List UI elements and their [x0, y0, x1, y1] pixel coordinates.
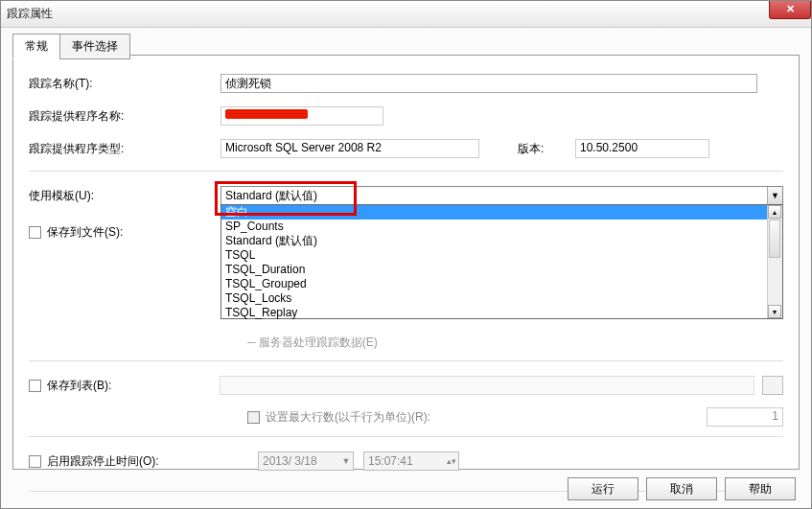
scroll-up-icon[interactable]: ▴ — [768, 205, 781, 219]
content-area: 常规 事件选择 跟踪名称(T): 跟踪提供程序名称: 跟踪提供程序类型: Mic… — [1, 28, 811, 508]
label-provider-type: 跟踪提供程序类型: — [29, 141, 220, 157]
version-field: 10.50.2500 — [575, 139, 709, 158]
divider-1 — [29, 171, 783, 172]
dialog-buttons: 运行 取消 帮助 — [568, 477, 796, 500]
tab-panel-general: 跟踪名称(T): 跟踪提供程序名称: 跟踪提供程序类型: Microsoft S… — [12, 55, 800, 470]
tab-strip: 常规 事件选择 — [12, 34, 811, 59]
checkbox-max-rows — [247, 411, 260, 424]
dd-item-grouped[interactable]: TSQL_Grouped — [221, 277, 782, 291]
template-combo-wrap: Standard (默认值) ▼ 空白 SP_Counts Standard (… — [220, 186, 783, 205]
window-title: 跟踪属性 — [7, 6, 53, 22]
chevron-down-icon: ▼ — [767, 187, 782, 204]
dd-item-tsql[interactable]: TSQL — [221, 248, 782, 263]
cancel-button[interactable]: 取消 — [646, 477, 717, 500]
label-save-file: 保存到文件(S): — [47, 224, 220, 241]
tab-events[interactable]: 事件选择 — [59, 34, 130, 59]
save-table-path — [220, 376, 754, 395]
stop-date-picker[interactable]: 2013/ 3/18▼ — [258, 451, 354, 471]
dd-item-spcounts[interactable]: SP_Counts — [221, 220, 782, 234]
template-combo-text: Standard (默认值) — [221, 188, 767, 204]
label-max-rows: 设置最大行数(以千行为单位)(R): — [266, 409, 430, 426]
chevron-down-icon: ▼ — [339, 456, 353, 466]
dd-item-duration[interactable]: TSQL_Duration — [221, 263, 782, 277]
divider-2 — [29, 360, 783, 361]
redacted-text — [225, 109, 308, 119]
run-button[interactable]: 运行 — [568, 477, 638, 500]
browse-table-button[interactable] — [762, 376, 783, 395]
tab-general[interactable]: 常规 — [12, 34, 60, 59]
dropdown-scrollbar[interactable]: ▴ ▾ — [767, 205, 782, 318]
max-rows-input: 1 — [707, 407, 783, 427]
spinner-icon: ▴▾ — [445, 456, 458, 466]
template-dropdown: 空白 SP_Counts Standard (默认值) TSQL TSQL_Du… — [220, 204, 783, 319]
checkbox-save-table[interactable] — [29, 380, 41, 392]
dd-item-blank[interactable]: 空白 — [221, 205, 782, 220]
dd-item-standard[interactable]: Standard (默认值) — [221, 234, 782, 248]
checkbox-stop-time[interactable] — [29, 455, 41, 468]
close-icon: ✕ — [786, 3, 795, 15]
label-template: 使用模板(U): — [29, 188, 220, 204]
label-version: 版本: — [518, 141, 575, 157]
stop-time-picker[interactable]: 15:07:41▴▾ — [363, 451, 459, 471]
template-combo[interactable]: Standard (默认值) ▼ — [220, 186, 783, 205]
label-provider-name: 跟踪提供程序名称: — [29, 108, 220, 125]
label-trace-name: 跟踪名称(T): — [29, 76, 220, 92]
close-button[interactable]: ✕ — [769, 0, 811, 19]
divider-3 — [29, 436, 783, 437]
trace-name-input[interactable] — [220, 74, 757, 93]
titlebar: 跟踪属性 ✕ — [1, 1, 811, 28]
dd-item-locks[interactable]: TSQL_Locks — [221, 291, 782, 306]
server-hint: ─ 服务器处理跟踪数据(E) — [247, 335, 378, 351]
scroll-down-icon[interactable]: ▾ — [768, 305, 781, 318]
label-stop-time: 启用跟踪停止时间(O): — [47, 453, 258, 470]
help-button[interactable]: 帮助 — [725, 477, 796, 500]
label-save-table: 保存到表(B): — [47, 378, 220, 394]
dd-item-replay[interactable]: TSQL_Replay — [221, 306, 782, 320]
scroll-thumb[interactable] — [769, 220, 780, 258]
provider-name-field — [220, 106, 383, 126]
checkbox-save-file[interactable] — [29, 226, 41, 239]
provider-type-field: Microsoft SQL Server 2008 R2 — [220, 139, 479, 158]
